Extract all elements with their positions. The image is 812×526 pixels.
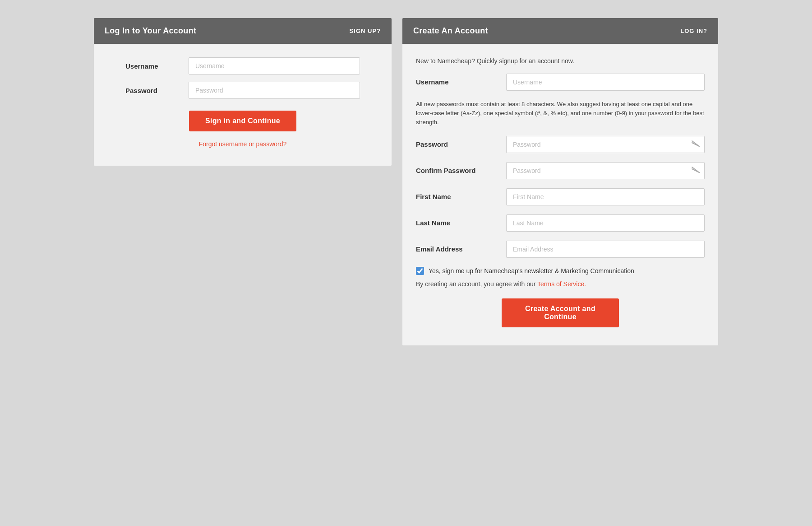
first-name-label: First Name [416, 188, 506, 200]
last-name-label: Last Name [416, 214, 506, 227]
password-label: Password [125, 87, 189, 94]
login-panel: Log In to Your Account SIGN UP? Username… [94, 18, 392, 166]
tos-link[interactable]: Terms of Service. [537, 280, 586, 288]
login-panel-body: Username Password Sign in and Continue F… [94, 44, 392, 166]
confirm-password-row: Confirm Password [416, 162, 705, 179]
newsletter-row: Yes, sign me up for Namecheap's newslett… [416, 267, 705, 275]
first-name-input[interactable] [506, 188, 705, 205]
login-panel-title: Log In to Your Account [105, 26, 196, 36]
last-name-row: Last Name [416, 214, 705, 232]
register-description: New to Namecheap? Quickly signup for an … [416, 57, 705, 65]
confirm-password-label: Confirm Password [416, 162, 506, 174]
email-label: Email Address [416, 241, 506, 253]
password-row: Password [125, 82, 360, 99]
login-form: Username Password Sign in and Continue F… [107, 57, 378, 148]
register-username-input[interactable] [506, 74, 705, 91]
confirm-password-input[interactable] [506, 162, 705, 179]
create-account-button[interactable]: Create Account and Continue [502, 298, 619, 327]
email-input[interactable] [506, 241, 705, 258]
register-panel-title: Create An Account [413, 26, 488, 36]
first-name-row: First Name [416, 188, 705, 205]
register-panel: Create An Account LOG IN? New to Nameche… [402, 18, 718, 345]
password-note: All new passwords must contain at least … [416, 100, 705, 127]
tos-text: By creating an account, you agree with o… [416, 280, 705, 288]
username-label: Username [125, 62, 189, 70]
last-name-input[interactable] [506, 214, 705, 232]
username-input[interactable] [189, 57, 360, 74]
register-panel-header: Create An Account LOG IN? [402, 18, 718, 44]
register-username-label: Username [416, 74, 506, 86]
register-password-label: Password [416, 136, 506, 148]
register-panel-body: New to Namecheap? Quickly signup for an … [402, 44, 718, 345]
username-row: Username [125, 57, 360, 74]
password-toggle-icon[interactable] [691, 140, 700, 149]
login-panel-header: Log In to Your Account SIGN UP? [94, 18, 392, 44]
tos-prefix: By creating an account, you agree with o… [416, 280, 537, 288]
newsletter-checkbox[interactable] [416, 267, 424, 275]
newsletter-label: Yes, sign me up for Namecheap's newslett… [429, 267, 634, 275]
forgot-link[interactable]: Forgot username or password? [199, 140, 287, 148]
register-password-row: Password [416, 136, 705, 153]
email-row: Email Address [416, 241, 705, 258]
confirm-password-toggle-icon[interactable] [691, 166, 700, 175]
signin-button[interactable]: Sign in and Continue [189, 111, 296, 131]
password-input[interactable] [189, 82, 360, 99]
register-password-input[interactable] [506, 136, 705, 153]
register-username-row: Username [416, 74, 705, 91]
confirm-password-wrapper [506, 162, 705, 179]
signup-link[interactable]: SIGN UP? [350, 28, 381, 34]
login-link[interactable]: LOG IN? [680, 28, 707, 34]
register-password-wrapper [506, 136, 705, 153]
